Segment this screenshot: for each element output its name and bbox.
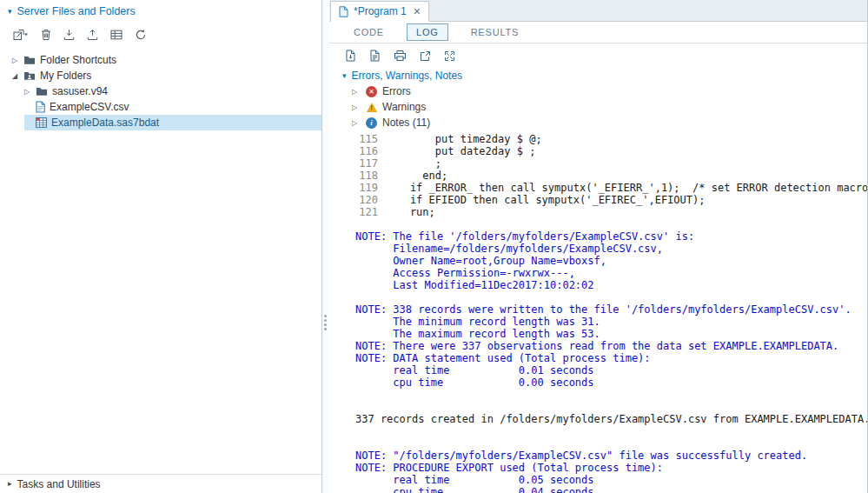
messages-header-label: Errors, Warnings, Notes: [352, 70, 463, 82]
maximize-log-icon: [444, 50, 455, 62]
line-number: 120: [355, 194, 378, 206]
log-line: 117 ;: [355, 157, 867, 170]
collapse-section-icon: ▾: [8, 8, 12, 16]
log-line: The maximum record length was 53.: [355, 328, 867, 340]
log-line: NOTE: DATA statement used (Total process…: [355, 352, 867, 364]
print-log-button[interactable]: [394, 50, 407, 62]
log-output[interactable]: 115 put time2day $ @;116 put date2day $ …: [329, 130, 867, 493]
message-filters: ▷✕Errors▷!Warnings▷iNotes (11): [329, 83, 867, 130]
expand-arrow-icon[interactable]: ▷: [352, 88, 361, 96]
log-text: NOTE: 338 records were written to the fi…: [355, 303, 851, 316]
log-text: put time2day $ @;: [385, 133, 542, 145]
open-new-window-button[interactable]: [420, 50, 431, 62]
delete-button[interactable]: [41, 29, 51, 41]
filter-label: Errors: [382, 85, 411, 97]
server-files-header[interactable]: ▾ Server Files and Folders: [0, 0, 321, 23]
log-line: 118 end;: [355, 170, 867, 182]
log-text: NOTE: DATA statement used (Total process…: [355, 352, 651, 364]
view-tabs: CODELOGRESULTS: [329, 22, 867, 43]
log-text: The maximum record length was 53.: [355, 328, 600, 340]
collapse-arrow-icon[interactable]: ◢: [12, 72, 23, 80]
files-toolbar: [0, 23, 321, 46]
filter-label: Warnings: [382, 101, 426, 113]
view-log-button[interactable]: [369, 50, 381, 62]
tree-item-sasuser-v94[interactable]: ▷sasuser.v94: [24, 83, 321, 99]
tree-item-label: sasuser.v94: [52, 85, 108, 97]
log-line: 121 run;: [355, 206, 867, 218]
expand-arrow-icon[interactable]: ▷: [352, 119, 361, 127]
tree-item-label: ExampleCSV.csv: [50, 101, 129, 113]
log-line: 116 put date2day $ ;: [355, 145, 867, 157]
expand-arrow-icon[interactable]: ▷: [12, 57, 23, 64]
filter-errors[interactable]: ▷✕Errors: [329, 83, 867, 99]
download-log-button[interactable]: [345, 50, 356, 62]
log-text: run;: [385, 206, 435, 218]
tab-title: *Program 1: [354, 5, 407, 17]
log-text: cpu time 0.00 seconds: [355, 376, 594, 389]
log-blank-line: [355, 425, 867, 437]
tab-log[interactable]: LOG: [407, 23, 448, 41]
upload-icon: [87, 29, 98, 41]
warning-icon: !: [366, 102, 377, 113]
download-button[interactable]: [63, 29, 75, 41]
new-icon: [13, 29, 29, 41]
download-log-icon: [345, 50, 356, 62]
table-view-icon: [110, 30, 123, 40]
tab-results[interactable]: RESULTS: [469, 24, 521, 40]
tree-item-exampledata-sas7bdat[interactable]: ExampleData.sas7bdat: [24, 115, 321, 130]
log-line: real time 0.05 seconds: [355, 474, 867, 486]
maximize-log-button[interactable]: [444, 50, 455, 62]
log-blank-line: [355, 218, 867, 230]
document-tabbar: *Program 1 ×: [329, 0, 867, 22]
filter-warnings[interactable]: ▷!Warnings: [329, 99, 867, 115]
close-tab-icon[interactable]: ×: [414, 5, 421, 17]
expand-section-icon: ▸: [8, 480, 12, 488]
collapse-messages-icon: ▾: [342, 72, 347, 80]
upload-button[interactable]: [87, 29, 98, 41]
log-text: real time 0.05 seconds: [355, 474, 594, 486]
refresh-icon: [135, 29, 147, 41]
editor-area: *Program 1 × CODELOGRESULTS ▾ Errors, Wa…: [329, 0, 867, 493]
log-line: 337 records created in /folders/myfolder…: [355, 413, 867, 425]
new-button[interactable]: [13, 29, 29, 41]
log-line: 119 if _ERROR_ then call symputx('_EFIER…: [355, 182, 867, 194]
line-number: 121: [355, 206, 378, 218]
log-line: NOTE: PROCEDURE EXPORT used (Total proce…: [355, 462, 867, 474]
log-blank-line: [355, 401, 867, 413]
sas-studio-app: ▾ Server Files and Folders ▷Folder Short…: [0, 0, 868, 493]
filter-notes[interactable]: ▷iNotes (11): [329, 115, 867, 130]
table-view-button[interactable]: [110, 30, 123, 40]
log-text: The minimum record length was 31.: [355, 316, 600, 328]
view-log-icon: [369, 50, 381, 62]
line-number: 116: [355, 145, 378, 157]
log-line: NOTE: There were 337 observations read f…: [355, 340, 867, 352]
tree-item-label: ExampleData.sas7bdat: [51, 117, 159, 129]
log-line: Owner Name=root,Group Name=vboxsf,: [355, 255, 867, 267]
expand-arrow-icon[interactable]: ▷: [24, 88, 36, 96]
panel-splitter[interactable]: [322, 0, 329, 493]
log-line: NOTE: 338 records were written to the fi…: [355, 303, 867, 316]
expand-arrow-icon[interactable]: ▷: [352, 103, 361, 111]
line-number: 119: [355, 182, 378, 194]
tab-code[interactable]: CODE: [352, 24, 386, 40]
log-toolbar: [329, 43, 867, 68]
download-icon: [63, 29, 75, 41]
refresh-button[interactable]: [135, 29, 147, 41]
line-number: 115: [355, 133, 378, 145]
folder-icon: [23, 55, 36, 65]
messages-header[interactable]: ▾ Errors, Warnings, Notes: [329, 68, 867, 83]
my-folders-icon: [23, 70, 36, 81]
log-blank-line: [355, 291, 867, 303]
log-text: NOTE: The file '/folders/myfolders/Examp…: [355, 230, 694, 243]
log-line: Filename=/folders/myfolders/ExampleCSV.c…: [355, 243, 867, 255]
tasks-utilities-section[interactable]: ▸ Tasks and Utilities: [0, 474, 321, 493]
tree-item-folder-shortcuts[interactable]: ▷Folder Shortcuts: [12, 52, 321, 68]
tree-item-label: Folder Shortcuts: [40, 54, 116, 66]
tab-program-1[interactable]: *Program 1 ×: [330, 1, 429, 22]
log-text: Access Permission=-rwxrwx---,: [355, 267, 575, 279]
tree-item-examplecsv-csv[interactable]: ExampleCSV.csv: [24, 99, 321, 115]
log-line: cpu time 0.04 seconds: [355, 486, 867, 493]
line-number: 117: [355, 157, 378, 170]
log-line: Last Modified=11Dec2017:10:02:02: [355, 279, 867, 291]
tree-item-my-folders[interactable]: ◢My Folders: [12, 68, 321, 83]
